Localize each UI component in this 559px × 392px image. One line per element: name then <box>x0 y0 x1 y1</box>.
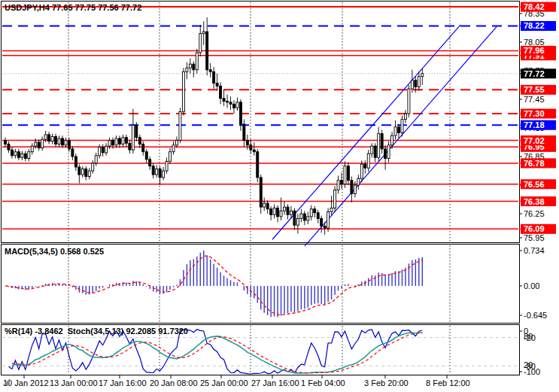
candle-body <box>17 152 20 158</box>
candle-body <box>28 152 30 159</box>
candle-body <box>277 208 279 216</box>
candle-body <box>421 74 424 77</box>
candle-body <box>11 150 13 156</box>
candle-body <box>250 145 252 150</box>
candle-body <box>169 152 172 162</box>
candle-body <box>418 77 420 87</box>
candle-body <box>152 166 154 175</box>
candle-body <box>307 217 309 220</box>
level-price-badge-label: 76.38 <box>524 197 545 206</box>
price-axis-label: 77.45 <box>524 95 545 104</box>
candle-body <box>48 135 50 141</box>
candle-body <box>415 81 417 87</box>
candle-body <box>257 152 259 178</box>
level-price-badge-label: 76.09 <box>524 224 545 233</box>
candle-body <box>74 156 77 167</box>
candle-body <box>220 86 222 98</box>
time-axis-label[interactable]: 10 Jan 2012 <box>3 378 49 387</box>
candle-body <box>246 141 248 145</box>
time-axis-label[interactable]: 20 Jan 08:00 <box>150 378 198 387</box>
candle-body <box>314 209 316 213</box>
candle-body <box>142 144 144 152</box>
candle-body <box>102 147 104 153</box>
candle-body <box>88 171 90 177</box>
candle-body <box>92 163 94 171</box>
candle-body <box>296 218 299 225</box>
candle-body <box>270 209 272 215</box>
macd-axis-label: -0.645 <box>524 311 547 320</box>
candle-body <box>310 209 312 217</box>
candle-body <box>138 138 141 144</box>
candle-body <box>182 71 184 111</box>
candle-body <box>284 207 286 211</box>
candle-body <box>387 145 390 159</box>
candle-body <box>81 169 84 175</box>
candle-body <box>58 138 60 144</box>
time-axis-label[interactable]: 8 Feb 12:00 <box>426 378 470 387</box>
candle-body <box>105 146 108 153</box>
level-price-badge-label: 76.78 <box>524 159 545 168</box>
candle-body <box>394 127 396 135</box>
candle-body <box>401 120 403 133</box>
candle-body <box>216 83 218 86</box>
candle-body <box>236 102 238 108</box>
candle-body <box>374 146 376 157</box>
candle-body <box>364 164 366 168</box>
candle-body <box>371 146 373 153</box>
candle-body <box>118 138 120 144</box>
time-axis-label[interactable]: 1 Feb 04:00 <box>301 378 345 387</box>
time-axis-label[interactable]: 25 Jan 00:00 <box>200 378 248 387</box>
candle-body <box>38 142 40 148</box>
price-axis-label: 75.95 <box>524 233 545 242</box>
candle-body <box>337 181 339 190</box>
candle-body <box>303 214 305 220</box>
candle-body <box>8 144 10 150</box>
macd-panel[interactable] <box>2 245 520 324</box>
candle-body <box>411 81 413 89</box>
candle-body <box>321 218 323 226</box>
candle-body <box>156 169 158 175</box>
candle-body <box>61 138 63 145</box>
symbol-ohlc-label: USDJPY,H4 77.65 77.75 77.56 77.72 <box>5 3 141 12</box>
candle-body <box>44 135 47 139</box>
candle-body <box>125 138 127 144</box>
level-price-badge-label: 77.30 <box>524 109 545 118</box>
time-axis-label[interactable]: 3 Feb 20:00 <box>364 378 409 387</box>
candle-body <box>243 124 245 141</box>
candle-body <box>186 68 188 71</box>
candle-body <box>263 203 266 207</box>
time-axis-label[interactable]: 13 Jan 00:00 <box>50 378 98 387</box>
level-price-badge-label: 77.96 <box>524 46 545 55</box>
candle-body <box>132 125 134 150</box>
candle-body <box>14 152 17 156</box>
candle-body <box>196 53 198 70</box>
candle-body <box>41 139 44 147</box>
candle-body <box>193 64 195 70</box>
candle-body <box>367 153 369 168</box>
macd-indicator-label: MACD(5,34,5) 0.568 0.525 <box>5 247 104 256</box>
candle-body <box>360 164 363 178</box>
candle-body <box>223 99 225 102</box>
time-axis-label[interactable]: 27 Jan 16:00 <box>251 378 299 387</box>
time-axis-label[interactable]: 17 Jan 16:00 <box>99 378 147 387</box>
candle-body <box>397 127 400 133</box>
candle-body <box>145 152 147 160</box>
candle-body <box>99 147 101 155</box>
macd-axis-label: 0.734 <box>524 246 545 255</box>
candle-body <box>290 211 292 214</box>
candle-body <box>202 32 205 34</box>
candle-body <box>35 142 37 146</box>
candle-body <box>239 102 242 124</box>
candle-body <box>206 32 208 70</box>
chart-window: 78.3578.0577.7577.4577.1576.8576.5576.25… <box>0 0 559 392</box>
candle-body <box>112 141 114 145</box>
candle-body <box>51 136 53 141</box>
candle-body <box>115 138 117 145</box>
candle-body <box>324 226 326 229</box>
candle-body <box>226 102 229 102</box>
candle-body <box>213 71 215 83</box>
candle-body <box>71 149 74 156</box>
candle-body <box>172 145 175 152</box>
candle-body <box>280 211 282 217</box>
candle-body <box>129 143 131 150</box>
